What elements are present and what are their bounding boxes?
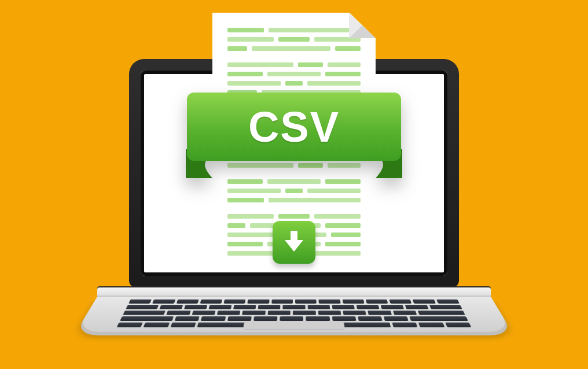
- laptop-trackpad: [243, 322, 345, 330]
- laptop-base: [97, 287, 491, 352]
- csv-banner: CSV: [187, 93, 401, 161]
- csv-label: CSV: [248, 102, 340, 152]
- page-fold-icon: [349, 13, 376, 38]
- download-button[interactable]: [273, 221, 315, 264]
- download-arrow-icon: [284, 230, 304, 255]
